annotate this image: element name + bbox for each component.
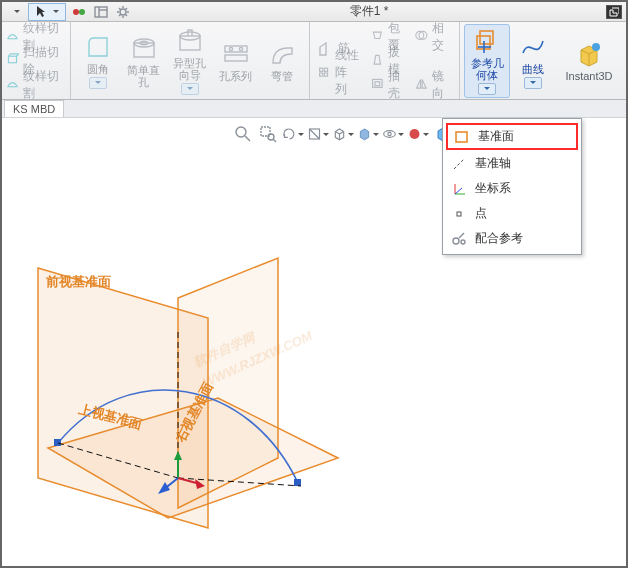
cut-label: 纹样切割: [23, 68, 62, 102]
tab-strip: KS MBD: [2, 100, 626, 118]
svg-line-50: [454, 159, 464, 169]
previous-view-button[interactable]: [282, 124, 304, 144]
qat-customize-button[interactable]: [6, 4, 24, 20]
instant3d-button[interactable]: Instant3D: [556, 24, 622, 98]
svg-line-11: [126, 14, 128, 16]
csys-icon: [451, 181, 467, 197]
swept-cut-3[interactable]: 纹样切割: [6, 74, 62, 96]
menu-item-axis[interactable]: 基准轴: [443, 151, 581, 176]
svg-line-43: [273, 139, 276, 142]
curves-dropdown[interactable]: [524, 77, 542, 89]
svg-rect-22: [225, 46, 247, 52]
cut-features-list: 纹样切割 扫描切除 纹样切割: [2, 24, 66, 98]
fillet-dropdown[interactable]: [89, 77, 107, 89]
reference-geometry-dropdown[interactable]: [478, 83, 496, 95]
panel-toggle-button[interactable]: [92, 4, 110, 20]
svg-point-1: [79, 9, 85, 15]
quick-access-toolbar: [2, 2, 136, 21]
svg-point-55: [453, 238, 459, 244]
svg-line-53: [455, 188, 462, 194]
svg-line-12: [119, 14, 121, 16]
svg-line-13: [126, 8, 128, 10]
svg-point-25: [239, 47, 242, 50]
svg-rect-20: [180, 36, 200, 50]
svg-point-48: [410, 129, 420, 139]
fillet-button[interactable]: 圆角: [75, 24, 121, 98]
menu-item-point[interactable]: 点: [443, 201, 581, 226]
window-controls: [602, 5, 626, 19]
display-style-button[interactable]: [357, 124, 379, 144]
svg-line-10: [119, 8, 121, 10]
restore-window-button[interactable]: [606, 5, 622, 19]
hole-series-button[interactable]: 孔系列: [213, 24, 259, 98]
section-view-button[interactable]: [307, 124, 329, 144]
menu-item-csys[interactable]: 坐标系: [443, 176, 581, 201]
heads-up-view-toolbar: [232, 124, 454, 144]
ribbon: 纹样切割 扫描切除 纹样切割 圆角 简单直孔 异型孔向导 孔系列 弯管: [2, 22, 626, 100]
hole-wizard-dropdown[interactable]: [181, 83, 199, 95]
menu-item-mate-reference[interactable]: 配合参考: [443, 226, 581, 251]
hole-wizard-button[interactable]: 异型孔向导: [167, 24, 213, 98]
document-title: 零件1 *: [136, 3, 602, 20]
svg-point-0: [73, 9, 79, 15]
plane-icon: [454, 129, 470, 145]
svg-rect-49: [456, 132, 467, 142]
svg-rect-61: [294, 479, 301, 486]
bend-button[interactable]: 弯管: [259, 24, 305, 98]
point-icon: [451, 206, 467, 222]
svg-rect-15: [8, 56, 16, 62]
zoom-fit-button[interactable]: [232, 124, 254, 144]
menu-item-plane[interactable]: 基准面: [446, 123, 578, 150]
svg-rect-29: [324, 72, 327, 75]
svg-point-38: [592, 43, 600, 51]
hide-show-button[interactable]: [382, 124, 404, 144]
color-swatch-button[interactable]: [70, 4, 88, 20]
graphics-viewport[interactable]: 基准面 基准轴 坐标系 点 配合参考: [2, 118, 626, 566]
svg-rect-60: [54, 439, 61, 446]
reference-planes-scene: 前视基准面 上视基准面 右视基准面 软件自学网 WWW.RJZXW.COM: [18, 228, 358, 568]
svg-point-47: [388, 132, 391, 135]
svg-line-40: [245, 136, 250, 141]
settings-gear-button[interactable]: [114, 4, 132, 20]
curves-button[interactable]: 曲线: [510, 24, 556, 98]
svg-line-45: [310, 129, 320, 139]
svg-rect-23: [225, 55, 247, 61]
svg-point-56: [461, 240, 465, 244]
svg-point-24: [229, 47, 232, 50]
shell-button[interactable]: 抽壳: [371, 74, 407, 96]
tab-ks-mbd[interactable]: KS MBD: [4, 100, 64, 117]
linear-pattern-button[interactable]: 线性阵 列: [318, 62, 364, 84]
svg-rect-26: [319, 68, 322, 71]
select-cursor-button[interactable]: [28, 3, 66, 21]
reference-geometry-button[interactable]: 参考几何体: [464, 24, 510, 98]
title-bar: 零件1 *: [2, 2, 626, 22]
svg-point-5: [120, 9, 126, 15]
svg-rect-27: [324, 68, 327, 71]
front-plane-label: 前视基准面: [45, 274, 111, 289]
intersect-button[interactable]: 相交: [415, 26, 451, 48]
svg-rect-31: [375, 81, 380, 85]
svg-rect-54: [457, 212, 461, 216]
zoom-area-button[interactable]: [257, 124, 279, 144]
edit-appearance-button[interactable]: [407, 124, 429, 144]
axis-icon: [451, 156, 467, 172]
svg-point-39: [236, 127, 246, 137]
svg-rect-2: [95, 7, 107, 17]
view-orientation-button[interactable]: [332, 124, 354, 144]
mate-ref-icon: [451, 231, 467, 247]
svg-rect-34: [480, 31, 493, 44]
svg-rect-28: [319, 72, 322, 75]
simple-hole-button[interactable]: 简单直孔: [121, 24, 167, 98]
svg-point-46: [384, 131, 396, 138]
mirror-button[interactable]: 镜向: [415, 74, 451, 96]
reference-geometry-menu: 基准面 基准轴 坐标系 点 配合参考: [442, 118, 582, 255]
